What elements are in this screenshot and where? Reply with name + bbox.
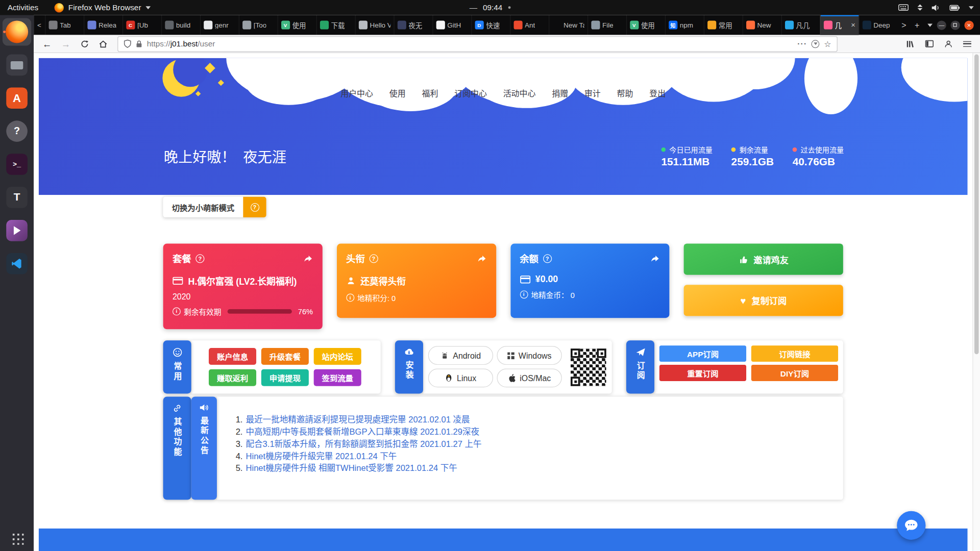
pocket-icon[interactable]	[812, 40, 820, 48]
dock-files[interactable]	[3, 51, 31, 79]
page-scrollbar[interactable]	[972, 53, 980, 551]
subscribe-link-button[interactable]: 订阅链接	[751, 345, 838, 362]
nav-user-center[interactable]: 用户中心	[340, 87, 373, 98]
browser-tab[interactable]: build	[161, 15, 200, 35]
browser-tab[interactable]: 凡几	[781, 15, 820, 35]
forward-button[interactable]: →	[58, 36, 74, 51]
reset-subscription-button[interactable]: 重置订阅	[659, 365, 746, 381]
browser-tab[interactable]: 常用	[703, 15, 742, 35]
ios-mac-button[interactable]: iOS/Mac	[497, 368, 561, 387]
scroll-tabs-right-button[interactable]: >	[897, 15, 911, 35]
nav-donate[interactable]: 捐赠	[552, 87, 568, 98]
dock-firefox[interactable]	[3, 18, 31, 46]
browser-tab-active[interactable]: 几×	[820, 15, 859, 35]
question-icon[interactable]: ?	[369, 254, 378, 263]
browser-tab[interactable]: GitH	[432, 15, 471, 35]
upgrade-plan-button[interactable]: 升级套餐	[261, 348, 309, 365]
browser-tab[interactable]: Deep	[859, 15, 897, 35]
dock-help[interactable]: ?	[3, 117, 31, 145]
switch-newbie-mode-button[interactable]: 切换为小萌新模式	[163, 197, 243, 217]
mode-help-button[interactable]: ?	[243, 197, 266, 217]
checkin-traffic-button[interactable]: 签到流量	[314, 369, 361, 386]
dock-remmina[interactable]	[3, 217, 31, 244]
dock-text-editor[interactable]: T	[3, 184, 31, 211]
account-info-button[interactable]: 账户信息	[209, 348, 256, 365]
browser-tab[interactable]: Relea	[84, 15, 122, 35]
announcement-link[interactable]: 中高短期/中等長期套餐新增BGP入口華東專線 2021.01.29深夜	[246, 427, 479, 436]
browser-tab[interactable]: Hello Vu	[355, 15, 394, 35]
browser-tab[interactable]: 夜无	[394, 15, 432, 35]
browser-tab[interactable]: genr	[200, 15, 238, 35]
browser-tab[interactable]: New	[742, 15, 781, 35]
earn-rebate-button[interactable]: 赚取返利	[209, 369, 256, 386]
diy-subscription-button[interactable]: DIY订阅	[751, 365, 838, 381]
dock-ubuntu-software[interactable]: A	[3, 84, 31, 112]
browser-tab[interactable]: V使用	[277, 15, 316, 35]
new-tab-button[interactable]: +	[911, 15, 924, 35]
tab-close-button[interactable]: ×	[851, 20, 855, 29]
browser-tab[interactable]: C[Ub	[122, 15, 161, 35]
browser-tab[interactable]: New Tab	[549, 15, 587, 35]
sidebar-icon[interactable]	[921, 36, 938, 51]
tab-subscribe[interactable]: 订阅	[626, 340, 654, 393]
announcement-link[interactable]: Hinet機房硬件升級 相關TWHinet受影響 2021.01.24 下午	[246, 464, 457, 473]
scrollbar-thumb[interactable]	[974, 55, 979, 355]
app-subscribe-button[interactable]: APP订阅	[659, 345, 746, 362]
browser-tab[interactable]: File	[587, 15, 626, 35]
app-menu[interactable]: Firefox Web Browser	[55, 3, 151, 12]
tab-other-functions[interactable]: 其他功能	[163, 397, 191, 500]
question-icon[interactable]: ?	[195, 254, 204, 263]
browser-tab[interactable]: 下载	[316, 15, 355, 35]
page-actions-button[interactable]: ···	[797, 39, 807, 48]
linux-button[interactable]: Linux	[428, 368, 493, 387]
copy-subscription-button[interactable]: ♥ 复制订阅	[684, 285, 843, 316]
library-icon[interactable]	[902, 36, 919, 51]
announcement-link[interactable]: 最近一批地精邀請返利提現已提現處理完畢 2021.02.01 凌晨	[246, 415, 470, 424]
maximize-button[interactable]	[950, 20, 960, 30]
tab-common[interactable]: 常用	[163, 340, 191, 393]
dock-vscode[interactable]	[3, 250, 31, 278]
list-all-tabs-button[interactable]	[924, 15, 937, 35]
nav-help[interactable]: 帮助	[617, 87, 633, 98]
show-applications-button[interactable]	[10, 532, 23, 545]
bookmark-star-icon[interactable]: ☆	[824, 39, 831, 48]
activities-button[interactable]: Activities	[8, 3, 38, 12]
nav-logout[interactable]: 登出	[649, 87, 666, 98]
browser-tab[interactable]: [Too	[238, 15, 277, 35]
forum-button[interactable]: 站内论坛	[314, 348, 361, 365]
invite-friends-button[interactable]: 邀请鸡友	[684, 244, 843, 275]
system-tray[interactable]	[898, 4, 974, 12]
menu-icon[interactable]	[959, 36, 975, 51]
nav-subscription-center[interactable]: 订阅中心	[454, 87, 487, 98]
nav-activity-center[interactable]: 活动中心	[503, 87, 536, 98]
home-button[interactable]	[95, 36, 111, 51]
announcement-link[interactable]: 配合3.1新版本升級，所有餘額調整到抵扣金幣 2021.01.27 上午	[246, 439, 482, 448]
browser-tab[interactable]: Ant	[510, 15, 549, 35]
back-button[interactable]: ←	[39, 36, 55, 51]
share-icon[interactable]	[477, 254, 487, 263]
browser-tab[interactable]: D快速	[471, 15, 510, 35]
dock-terminal[interactable]: >_	[3, 151, 31, 178]
announcement-link[interactable]: Hinet機房硬件升級完畢 2021.01.24 下午	[246, 452, 397, 461]
account-icon[interactable]	[940, 36, 957, 51]
shield-icon[interactable]	[124, 39, 131, 48]
question-icon[interactable]: ?	[543, 254, 551, 263]
browser-tab[interactable]: 知npm	[665, 15, 703, 35]
tab-latest-announcements[interactable]: 最新公告	[191, 397, 217, 500]
share-icon[interactable]	[303, 254, 313, 263]
nav-audit[interactable]: 审计	[584, 87, 601, 98]
url-bar[interactable]: https://j01.best/user ··· ☆	[117, 36, 838, 52]
lock-icon[interactable]	[136, 40, 142, 48]
close-button[interactable]: ×	[964, 20, 973, 30]
tab-install[interactable]: 安装	[395, 340, 423, 393]
browser-tab[interactable]: Tab	[45, 15, 84, 35]
share-icon[interactable]	[650, 254, 660, 263]
android-button[interactable]: Android	[428, 346, 493, 365]
chat-widget-button[interactable]	[897, 511, 925, 540]
browser-tab[interactable]: V使用	[626, 15, 665, 35]
withdraw-button[interactable]: 申请提现	[261, 369, 309, 386]
windows-button[interactable]: Windows	[497, 346, 561, 365]
nav-usage[interactable]: 使用	[389, 87, 406, 98]
scroll-tabs-left-button[interactable]: <	[34, 15, 45, 35]
reload-button[interactable]	[76, 36, 92, 51]
